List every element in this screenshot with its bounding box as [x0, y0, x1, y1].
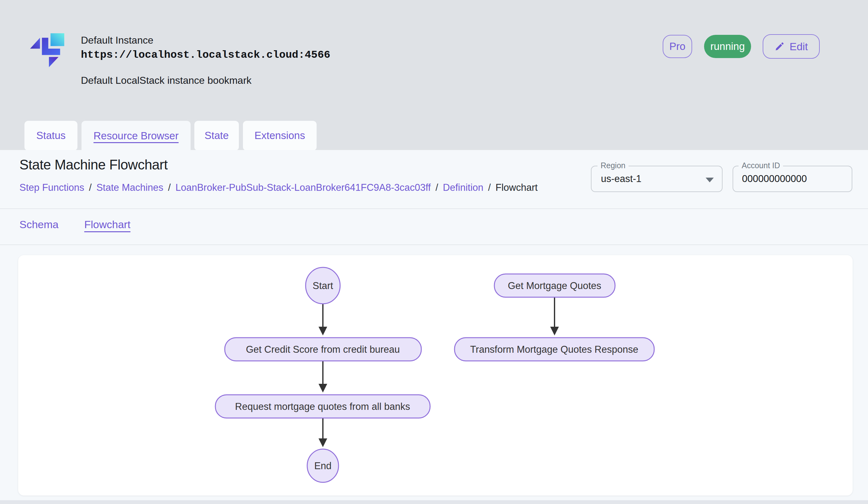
- localstack-logo: [30, 33, 64, 67]
- tab-extensions-label: Extensions: [255, 130, 305, 142]
- edit-button[interactable]: Edit: [763, 34, 820, 59]
- status-badge-label: running: [710, 40, 745, 52]
- breadcrumb-separator: /: [488, 182, 491, 193]
- breadcrumb-definition[interactable]: Definition: [443, 182, 483, 193]
- flowchart-node-transform-response: Transform Mortgage Quotes Response: [455, 338, 654, 361]
- state-machine-flowchart: Start Get Credit Score from credit burea…: [18, 255, 852, 495]
- pro-badge-label: Pro: [669, 40, 685, 52]
- edit-button-label: Edit: [789, 40, 808, 53]
- flowchart-node-start: Start: [306, 268, 340, 304]
- node-credit-score-label: Get Credit Score from credit bureau: [246, 344, 400, 355]
- subtab-schema[interactable]: Schema: [19, 219, 59, 231]
- flowchart-edges: [323, 297, 555, 446]
- tab-state[interactable]: State: [194, 121, 239, 150]
- region-select-label: Region: [598, 161, 629, 170]
- flowchart-node-get-mortgage-quotes: Get Mortgage Quotes: [494, 274, 615, 297]
- pro-badge: Pro: [663, 35, 692, 58]
- breadcrumb-current: Flowchart: [496, 182, 538, 193]
- subtab-divider: [0, 244, 868, 245]
- localstack-logo-icon: [30, 33, 64, 67]
- pencil-icon: [775, 41, 785, 51]
- instance-url: https://localhost.localstack.cloud:4566: [81, 49, 330, 61]
- subtab-bar: Schema Flowchart: [19, 219, 131, 231]
- subtab-flowchart[interactable]: Flowchart: [84, 219, 131, 231]
- instance-description: Default LocalStack instance bookmark: [81, 75, 330, 86]
- breadcrumb-separator: /: [89, 182, 92, 193]
- tab-extensions[interactable]: Extensions: [243, 121, 317, 150]
- node-request-quotes-label: Request mortgage quotes from all banks: [235, 401, 410, 412]
- instance-name: Default Instance: [81, 34, 330, 47]
- node-get-mortgage-quotes-label: Get Mortgage Quotes: [508, 280, 601, 291]
- account-id-input[interactable]: [733, 166, 852, 191]
- breadcrumb-step-functions[interactable]: Step Functions: [19, 182, 84, 193]
- node-end-label: End: [314, 460, 331, 471]
- tab-state-label: State: [204, 130, 228, 142]
- status-badge: running: [704, 35, 751, 58]
- tab-resource-browser[interactable]: Resource Browser: [82, 121, 190, 151]
- region-select-value: us-east-1: [601, 173, 641, 184]
- tab-status[interactable]: Status: [24, 121, 78, 150]
- account-id-label: Account ID: [738, 161, 783, 170]
- node-start-label: Start: [312, 280, 333, 291]
- header-divider: [0, 208, 868, 209]
- main-panel: State Machine Flowchart Step Functions /…: [0, 150, 868, 504]
- flowchart-node-request-quotes: Request mortgage quotes from all banks: [215, 395, 430, 418]
- breadcrumb-separator: /: [168, 182, 171, 193]
- breadcrumb-state-machine-name[interactable]: LoanBroker-PubSub-Stack-LoanBroker641FC9…: [176, 182, 431, 193]
- bottom-scrollbar-track[interactable]: [0, 500, 868, 504]
- node-transform-response-label: Transform Mortgage Quotes Response: [470, 344, 638, 355]
- flowchart-node-end: End: [307, 449, 339, 482]
- tab-resource-browser-label: Resource Browser: [93, 130, 178, 142]
- flowchart-card: Start Get Credit Score from credit burea…: [18, 255, 852, 495]
- breadcrumb-separator: /: [435, 182, 438, 193]
- flowchart-node-credit-score: Get Credit Score from credit bureau: [225, 338, 421, 361]
- breadcrumb-state-machines[interactable]: State Machines: [96, 182, 163, 193]
- breadcrumb: Step Functions / State Machines / LoanBr…: [19, 182, 538, 193]
- instance-info: Default Instance https://localhost.local…: [81, 34, 330, 86]
- tab-status-label: Status: [37, 130, 66, 142]
- page-title: State Machine Flowchart: [19, 157, 168, 173]
- chevron-down-icon: [706, 178, 714, 182]
